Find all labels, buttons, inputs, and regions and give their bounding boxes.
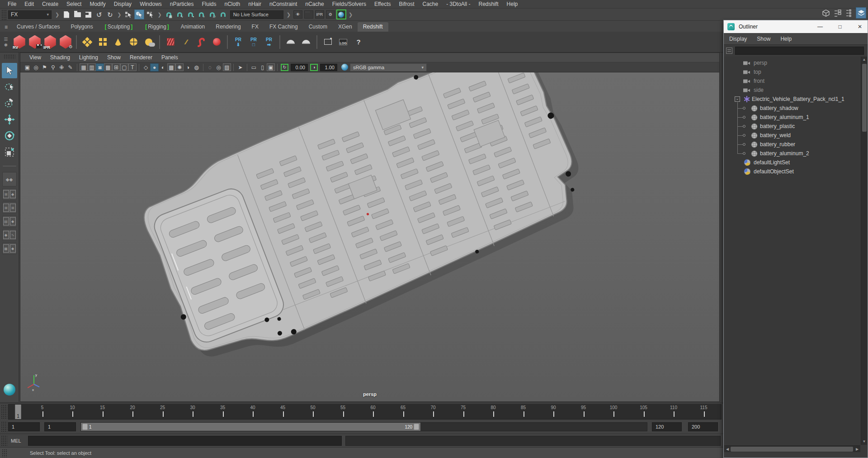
scale-tool[interactable] [2, 144, 17, 160]
shelf-item-environment[interactable] [141, 33, 156, 51]
group-expander[interactable]: ❯ [115, 12, 123, 18]
outliner-row-battery-weld[interactable]: battery_weld [724, 131, 860, 140]
tool-settings-toggle[interactable] [844, 7, 854, 19]
paint-effects-sphere-icon[interactable] [4, 384, 15, 396]
minimize-button[interactable]: — [813, 20, 827, 33]
attribute-editor-toggle[interactable] [832, 7, 843, 19]
range-start-handle[interactable] [82, 424, 88, 430]
shelf-item-proxy-export[interactable]: PR⬇ [231, 33, 246, 51]
snap-to-grid-button[interactable]: ▦ [164, 10, 174, 19]
new-scene-button[interactable] [61, 10, 71, 19]
live-surface-field[interactable]: No Live Surface [230, 10, 283, 19]
camera-attributes-icon[interactable]: ⚑ [40, 63, 49, 72]
menu-redshift[interactable]: Redshift [475, 1, 503, 7]
layout-two-pane-button[interactable]: ⊞⊞ [2, 202, 17, 214]
select-tool[interactable] [2, 63, 17, 78]
menu-file[interactable]: File [4, 1, 20, 7]
outliner-search-input[interactable] [735, 47, 864, 55]
shelf-item-redshift-render[interactable] [27, 33, 42, 51]
panel-menu-lighting[interactable]: Lighting [75, 54, 103, 61]
shelf-tab-animation[interactable]: Animation [175, 22, 210, 32]
menu-edit[interactable]: Edit [20, 1, 38, 7]
use-all-lights-icon[interactable]: ✺ [175, 63, 184, 71]
menu-cache[interactable]: Cache [418, 1, 442, 7]
outliner-row-defaultobjectset[interactable]: defaultObjectSet [724, 167, 860, 176]
menu-nconstraint[interactable]: nConstraint [265, 1, 301, 7]
image-icon[interactable]: ▣ [267, 63, 275, 71]
safe-action-icon[interactable]: ▢ [120, 63, 128, 71]
time-slider-track[interactable]: 1 51015202530354045505560657075808590951… [8, 404, 722, 420]
gamma-field[interactable]: 1.00 [320, 64, 337, 71]
outliner-row-top[interactable]: top [724, 67, 860, 76]
range-slider-groove[interactable]: 1 120 [80, 422, 647, 431]
shelf-tab-curves-surfaces[interactable]: Curves / Surfaces [11, 22, 65, 32]
toolbox-grip[interactable] [4, 54, 15, 59]
time-slider-grip[interactable] [1, 405, 7, 419]
menu-display[interactable]: Display [110, 1, 136, 7]
move-tool[interactable] [2, 112, 17, 127]
panel-menu-renderer[interactable]: Renderer [125, 54, 157, 61]
select-object-button[interactable] [134, 10, 144, 19]
ipr-render-button[interactable]: ::::IPR [315, 10, 325, 19]
snap-to-plane-button[interactable]: ▱ [208, 10, 217, 19]
resolution-gate-icon[interactable]: ◙ [96, 63, 104, 71]
group-expander[interactable]: ❯ [53, 12, 61, 18]
layout-single-pane-button[interactable]: ◆◆ [2, 172, 17, 186]
field-chart-icon[interactable]: ⊞ [112, 63, 120, 71]
menu-modify[interactable]: Modify [85, 1, 109, 7]
range-end-handle[interactable] [414, 424, 419, 430]
shelf-item-redshift-settings[interactable]: ⚙ [58, 33, 73, 51]
shelf-item-help[interactable]: ? [351, 33, 366, 51]
select-hierarchy-button[interactable] [123, 10, 133, 19]
depth-peeling-icon[interactable]: ▨ [223, 63, 231, 71]
shelf-tab-custom[interactable]: Custom [303, 22, 333, 32]
wireframe-icon[interactable]: ◇ [142, 63, 150, 72]
render-current-frame-button[interactable]: :::: [304, 10, 314, 19]
occlusion-icon[interactable]: ◍ [192, 63, 201, 72]
current-time-marker[interactable]: 1 [15, 405, 21, 419]
shelf-item-proxy-create[interactable]: PR□ [246, 33, 261, 51]
outliner-row-front[interactable]: front [724, 76, 860, 86]
menu-3dtoall[interactable]: - 3DtoAll - [442, 1, 474, 7]
render-settings-button[interactable]: ::::⚙ [326, 10, 335, 19]
snap-to-curve-button[interactable]: ∿ [175, 10, 185, 19]
outliner-row-battery-aluminum-2[interactable]: battery_aluminum_2 [724, 149, 860, 158]
shelf-item-sphere-light[interactable] [126, 33, 141, 51]
command-line-input[interactable] [28, 436, 342, 446]
maximize-button[interactable]: □ [833, 20, 847, 33]
playback-range-bar[interactable]: 1 120 [81, 423, 420, 431]
vscroll-handle[interactable] [862, 64, 867, 132]
menu-fluids[interactable]: Fluids [198, 1, 221, 7]
outliner-menu-display[interactable]: Display [729, 36, 752, 42]
render-view-button[interactable]: ::::👁 [293, 10, 303, 19]
menu-effects[interactable]: Effects [370, 1, 395, 7]
shelf-item-feedback-window[interactable] [320, 33, 335, 51]
safe-title-icon[interactable]: T [128, 63, 137, 71]
shelf-item-redshift-ipr[interactable]: IPR [42, 33, 58, 51]
view-transform-dropdown[interactable]: sRGB gamma ▾ [350, 63, 427, 72]
image-plane-icon[interactable]: ✙ [57, 63, 66, 72]
scroll-down-icon[interactable]: ▼ [863, 439, 866, 445]
shelf-tab-xgen[interactable]: XGen [333, 22, 358, 32]
bookmark-icon[interactable]: ⚲ [49, 63, 57, 72]
lasso-tool[interactable] [2, 79, 17, 95]
paint-select-tool[interactable] [2, 95, 17, 111]
panel-menu-panels[interactable]: Panels [157, 54, 183, 61]
expander-icon[interactable]: - [735, 96, 740, 102]
shelf-item-lattice[interactable] [80, 33, 95, 51]
menu-nparticles[interactable]: nParticles [166, 1, 198, 7]
film-gate-icon[interactable]: ▥ [88, 63, 96, 71]
shelf-item-proxy-import[interactable]: PR➡ [261, 33, 277, 51]
outliner-menu-show[interactable]: Show [757, 36, 775, 42]
shelf-item-hair-strands[interactable]: ∕∕∕ [178, 33, 193, 51]
anti-alias-icon[interactable]: ◎ [214, 63, 223, 72]
animation-start-field[interactable]: 1 [8, 422, 40, 431]
rotate-tool[interactable] [2, 128, 17, 143]
shelf-item-log-window[interactable]: LOG [335, 33, 351, 51]
menu-ncloth[interactable]: nCloth [221, 1, 245, 7]
menu-help[interactable]: Help [503, 1, 522, 7]
motion-blur-icon[interactable]: ◌ [206, 63, 214, 72]
scroll-left-icon[interactable]: ◀ [724, 447, 731, 451]
panel-menu-view[interactable]: View [25, 54, 46, 61]
layout-outliner-persp-button[interactable]: ▤◆ [2, 215, 17, 227]
